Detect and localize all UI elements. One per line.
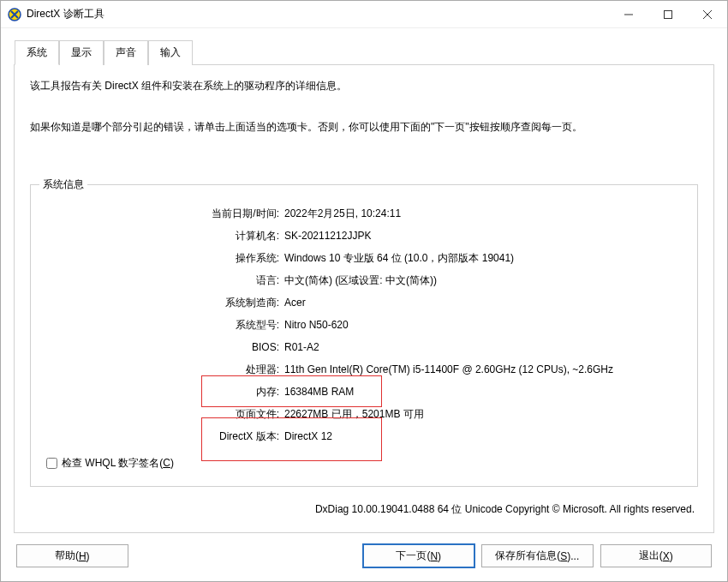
row-memory: 内存: 16384MB RAM	[46, 384, 682, 399]
value-memory: 16384MB RAM	[284, 384, 682, 399]
label-computername: 计算机名:	[46, 228, 284, 243]
save-all-info-button[interactable]: 保存所有信息(S)...	[481, 544, 594, 567]
value-pagefile: 22627MB 已用，5201MB 可用	[284, 406, 682, 422]
value-language: 中文(简体) (区域设置: 中文(简体))	[284, 273, 682, 288]
row-datetime: 当前日期/时间: 2022年2月25日, 10:24:11	[46, 206, 682, 221]
row-processor: 处理器: 11th Gen Intel(R) Core(TM) i5-11400…	[46, 362, 682, 377]
whql-label[interactable]: 检查 WHQL 数字签名(C)	[62, 456, 174, 471]
row-pagefile: 页面文件: 22627MB 已用，5201MB 可用	[46, 406, 682, 422]
label-manufacturer: 系统制造商:	[46, 295, 284, 310]
content-area: 系统 显示 声音 输入 该工具报告有关 DirectX 组件和安装在系统上的驱动…	[1, 28, 727, 534]
label-pagefile: 页面文件:	[46, 406, 284, 422]
tab-display[interactable]: 显示	[59, 40, 104, 65]
tab-input[interactable]: 输入	[148, 40, 193, 65]
label-language: 语言:	[46, 273, 284, 288]
row-language: 语言: 中文(简体) (区域设置: 中文(简体))	[46, 273, 682, 288]
value-manufacturer: Acer	[284, 295, 682, 310]
tab-panel-system: 该工具报告有关 DirectX 组件和安装在系统上的驱动程序的详细信息。 如果你…	[14, 64, 714, 533]
help-button[interactable]: 帮助(H)	[16, 544, 128, 567]
svg-rect-2	[665, 10, 672, 18]
copyright-text: DxDiag 10.00.19041.0488 64 位 Unicode Cop…	[30, 502, 698, 517]
minimize-button[interactable]	[609, 2, 648, 27]
value-bios: R01-A2	[284, 339, 682, 355]
label-directx: DirectX 版本:	[46, 429, 284, 444]
tab-row: 系统 显示 声音 输入	[15, 39, 714, 64]
label-memory: 内存:	[46, 384, 284, 399]
exit-button[interactable]: 退出(X)	[600, 544, 713, 567]
value-directx: DirectX 12	[284, 429, 682, 444]
value-os: Windows 10 专业版 64 位 (10.0，内部版本 19041)	[284, 250, 682, 266]
close-button[interactable]	[688, 2, 727, 27]
tab-system[interactable]: 系统	[15, 40, 59, 65]
maximize-button[interactable]	[648, 2, 688, 27]
window-title: DirectX 诊断工具	[27, 7, 104, 21]
window-frame: DirectX 诊断工具 系统 显示 声音 输入 该工具报告有关 DirectX…	[0, 0, 728, 582]
button-bar: 帮助(H) 下一页(N) 保存所有信息(S)... 退出(X)	[1, 534, 727, 581]
titlebar[interactable]: DirectX 诊断工具	[1, 1, 727, 28]
value-datetime: 2022年2月25日, 10:24:11	[284, 206, 682, 221]
system-info-group: 系统信息 当前日期/时间: 2022年2月25日, 10:24:11 计算机名:…	[30, 184, 698, 487]
next-page-button[interactable]: 下一页(N)	[363, 544, 475, 567]
row-manufacturer: 系统制造商: Acer	[46, 295, 682, 310]
whql-row: 检查 WHQL 数字签名(C)	[46, 456, 682, 471]
value-model: Nitro N50-620	[284, 317, 682, 333]
group-title: 系统信息	[39, 177, 87, 192]
label-os: 操作系统:	[46, 250, 284, 266]
row-os: 操作系统: Windows 10 专业版 64 位 (10.0，内部版本 190…	[46, 250, 682, 266]
value-computername: SK-20211212JJPK	[284, 228, 682, 243]
tab-sound[interactable]: 声音	[104, 40, 148, 65]
row-directx: DirectX 版本: DirectX 12	[46, 429, 682, 444]
label-bios: BIOS:	[46, 339, 284, 355]
label-model: 系统型号:	[46, 317, 284, 333]
intro-line2: 如果你知道是哪个部分引起的错误，请单击上面适当的选项卡。否则，你可以使用下面的"…	[30, 118, 698, 135]
dxdiag-icon	[8, 8, 21, 21]
intro-line1: 该工具报告有关 DirectX 组件和安装在系统上的驱动程序的详细信息。	[30, 77, 698, 94]
label-processor: 处理器:	[46, 362, 284, 377]
whql-checkbox[interactable]	[46, 458, 57, 469]
label-datetime: 当前日期/时间:	[46, 206, 284, 221]
value-processor: 11th Gen Intel(R) Core(TM) i5-11400F @ 2…	[284, 362, 682, 377]
row-model: 系统型号: Nitro N50-620	[46, 317, 682, 333]
row-computername: 计算机名: SK-20211212JJPK	[46, 228, 682, 243]
row-bios: BIOS: R01-A2	[46, 339, 682, 355]
